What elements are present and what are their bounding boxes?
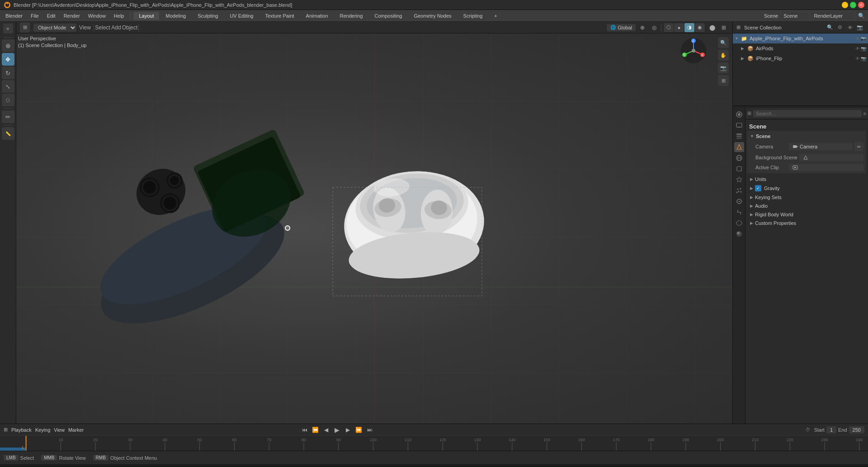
outliner-search-icon[interactable]: 🔍 <box>826 23 835 32</box>
camera-value-field[interactable]: Camera <box>789 143 853 150</box>
end-frame-input[interactable]: 250 <box>849 426 864 434</box>
world-props-icon[interactable] <box>734 153 744 163</box>
workspace-rendering[interactable]: Rendering <box>335 12 368 20</box>
viewport-3d[interactable]: ⊞ Object Mode View Select Add Object 🌐 G… <box>16 22 732 424</box>
output-props-icon[interactable] <box>734 120 744 130</box>
constraints-props-icon[interactable] <box>734 207 744 217</box>
ortho-gizmo[interactable]: ⊞ <box>718 75 729 86</box>
units-section[interactable]: ▶ Units <box>747 175 866 183</box>
outliner-item-iphone[interactable]: ▶ 📦 iPhone_Flip 👁 📷 <box>733 53 868 63</box>
outliner-filter-icon[interactable]: ⚙ <box>835 23 844 32</box>
workspace-scripting[interactable]: Scripting <box>458 12 488 20</box>
toolbar-mode-selector[interactable]: ≡ <box>3 24 13 33</box>
rotate-tool[interactable]: ↻ <box>2 67 14 79</box>
navigation-gizmo[interactable]: Z X Y <box>680 37 707 64</box>
iphone-render-icon[interactable]: 📷 <box>861 56 866 61</box>
jump-start-button[interactable]: ⏮ <box>300 425 309 434</box>
outliner-item-collection[interactable]: ▼ 📁 Apple_iPhone_Flip_with_AirPods 👁 📷 <box>733 33 868 43</box>
keying-sets-section[interactable]: ▶ Keying Sets <box>747 193 866 201</box>
transform-tool[interactable]: ⬡ <box>2 94 14 106</box>
render-props-icon[interactable] <box>734 110 744 119</box>
minimize-button[interactable]: ─ <box>842 2 848 8</box>
prev-keyframe-button[interactable]: ⏪ <box>311 425 320 434</box>
outliner-item-airpods[interactable]: ▶ 📦 AirPods 👁 📷 <box>733 43 868 53</box>
pan-gizmo[interactable]: ✋ <box>718 50 729 61</box>
viewport-canvas[interactable]: User Perspective (1) Scene Collection | … <box>16 33 732 424</box>
custom-properties-section[interactable]: ▶ Custom Properties <box>747 219 866 227</box>
objectdata-props-icon[interactable] <box>734 218 744 228</box>
viewport-add-menu[interactable]: Add <box>111 23 121 33</box>
workspace-texture-paint[interactable]: Texture Paint <box>259 12 299 20</box>
viewport-gizmo-icon[interactable]: ⊞ <box>719 23 729 33</box>
menu-blender[interactable]: Blender <box>2 12 26 19</box>
workspace-uv-editing[interactable]: UV Editing <box>224 12 259 20</box>
physics-props-icon[interactable] <box>734 196 744 206</box>
workspace-animation[interactable]: Animation <box>301 12 334 20</box>
particles-props-icon[interactable] <box>734 186 744 195</box>
modifier-props-icon[interactable] <box>734 175 744 185</box>
close-button[interactable]: ✕ <box>858 2 864 8</box>
airpods-eye-icon[interactable]: 👁 <box>855 46 860 51</box>
material-shading[interactable]: ◑ <box>684 23 694 32</box>
viewport-select-menu[interactable]: Select <box>98 23 108 33</box>
viewport-transform-select[interactable]: 🌐 Global <box>607 24 636 31</box>
timeline-ruler[interactable]: 1 10 20 30 40 50 60 70 80 90 100 110 <box>0 436 868 451</box>
workspace-add[interactable]: + <box>489 12 502 20</box>
outliner-mode-icon[interactable]: ⊞ <box>736 24 741 30</box>
measure-tool[interactable]: 📏 <box>2 127 14 140</box>
snap-icon[interactable]: ⊕ <box>637 23 647 33</box>
annotate-tool[interactable]: ✏ <box>2 110 14 123</box>
workspace-modeling[interactable]: Modeling <box>160 12 191 20</box>
viewlayer-props-icon[interactable] <box>734 131 744 141</box>
viewport-object-menu[interactable]: Object <box>125 23 135 33</box>
cursor-tool[interactable]: ⊕ <box>2 39 14 52</box>
menu-file[interactable]: File <box>27 12 42 19</box>
viewport-type-selector[interactable]: ⊞ <box>20 23 30 33</box>
active-clip-field[interactable] <box>789 164 863 171</box>
jump-end-button[interactable]: ⏭ <box>365 425 374 434</box>
scene-props-icon[interactable] <box>734 142 744 152</box>
viewport-view-menu[interactable]: View <box>80 23 90 33</box>
airpods-render-icon[interactable]: 📷 <box>861 46 866 51</box>
next-keyframe-button[interactable]: ⏩ <box>354 425 363 434</box>
background-scene-field[interactable] <box>799 154 863 161</box>
rigid-body-world-section[interactable]: ▶ Rigid Body World <box>747 210 866 219</box>
workspace-geometry-nodes[interactable]: Geometry Nodes <box>408 12 457 20</box>
props-header-icon[interactable]: ⊞ <box>747 110 751 116</box>
workspace-compositing[interactable]: Compositing <box>369 12 407 20</box>
proportional-edit-icon[interactable]: ◎ <box>649 23 659 33</box>
view-menu[interactable]: View <box>54 427 65 433</box>
object-mode-select[interactable]: Object Mode <box>33 24 76 32</box>
next-frame-button[interactable]: ▶ <box>344 425 353 434</box>
playback-menu[interactable]: Playback <box>11 427 32 433</box>
material-props-icon[interactable] <box>734 229 744 239</box>
outliner-render-icon[interactable]: 📷 <box>855 23 864 32</box>
start-frame-input[interactable]: 1 <box>826 426 836 434</box>
gravity-section[interactable]: ▶ ✓ Gravity <box>747 184 866 193</box>
search-button[interactable]: 🔍 <box>856 11 866 21</box>
item-render-icon[interactable]: 📷 <box>861 36 866 41</box>
props-options-icon[interactable]: ≡ <box>863 111 866 116</box>
move-tool[interactable]: ✥ <box>2 53 14 66</box>
camera-edit-button[interactable]: ✏ <box>854 142 863 151</box>
scene-expand-header[interactable]: ▼ Scene <box>747 132 866 140</box>
render-shading[interactable]: ◉ <box>695 23 705 32</box>
iphone-eye-icon[interactable]: 👁 <box>855 56 860 61</box>
prev-frame-button[interactable]: ◀ <box>322 425 331 434</box>
menu-window[interactable]: Window <box>85 12 109 19</box>
scene-selector[interactable]: Scene <box>781 12 808 19</box>
zoom-in-gizmo[interactable]: 🔍 <box>718 37 729 48</box>
gravity-checkbox[interactable]: ✓ <box>755 185 761 191</box>
keying-menu[interactable]: Keying <box>35 427 51 433</box>
wireframe-shading[interactable]: ⬡ <box>664 23 674 32</box>
play-button[interactable]: ▶ <box>333 425 342 434</box>
outliner-visibility-icon[interactable]: 👁 <box>845 23 854 32</box>
scale-tool[interactable]: ⤡ <box>2 80 14 93</box>
marker-menu[interactable]: Marker <box>68 427 84 433</box>
solid-shading[interactable]: ● <box>674 23 684 32</box>
menu-render[interactable]: Render <box>60 12 84 19</box>
viewport-overlay-icon[interactable]: ⬤ <box>707 23 717 33</box>
render-layer-selector[interactable]: RenderLayer <box>811 12 854 19</box>
workspace-sculpting[interactable]: Sculpting <box>192 12 223 20</box>
props-search-input[interactable] <box>753 110 862 117</box>
